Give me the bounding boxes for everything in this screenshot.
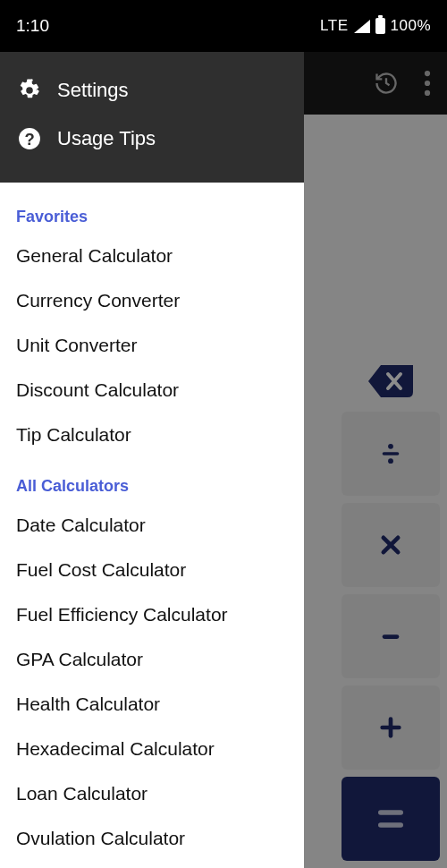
status-network: LTE: [320, 17, 348, 35]
drawer-body: Favorites General Calculator Currency Co…: [0, 183, 304, 868]
menu-item-health-calculator[interactable]: Health Calculator: [0, 682, 304, 727]
favorites-label: Favorites: [0, 199, 304, 234]
menu-item-tip-calculator[interactable]: Tip Calculator: [0, 413, 304, 457]
drawer-item-settings[interactable]: Settings: [0, 66, 304, 115]
signal-icon: [354, 20, 370, 33]
menu-item-date-calculator[interactable]: Date Calculator: [0, 503, 304, 548]
menu-item-gpa-calculator[interactable]: GPA Calculator: [0, 637, 304, 682]
gear-icon: [18, 79, 41, 102]
svg-text:?: ?: [24, 130, 34, 149]
menu-item-discount-calculator[interactable]: Discount Calculator: [0, 368, 304, 413]
menu-item-general-calculator[interactable]: General Calculator: [0, 234, 304, 278]
status-bar: 1:10 LTE 100%: [0, 0, 447, 52]
usage-tips-label: Usage Tips: [57, 127, 156, 150]
status-battery: 100%: [391, 17, 431, 35]
help-icon: ?: [18, 127, 41, 150]
menu-item-fuel-efficiency-calculator[interactable]: Fuel Efficiency Calculator: [0, 592, 304, 637]
drawer-header: Settings ? Usage Tips: [0, 52, 304, 183]
status-time: 1:10: [16, 16, 49, 36]
menu-item-ovulation-calculator[interactable]: Ovulation Calculator: [0, 816, 304, 861]
menu-item-unit-converter[interactable]: Unit Converter: [0, 323, 304, 368]
menu-item-hexadecimal-calculator[interactable]: Hexadecimal Calculator: [0, 727, 304, 771]
menu-item-currency-converter[interactable]: Currency Converter: [0, 278, 304, 323]
battery-icon: [375, 18, 385, 34]
drawer-item-usage-tips[interactable]: ? Usage Tips: [0, 115, 304, 163]
menu-item-fuel-cost-calculator[interactable]: Fuel Cost Calculator: [0, 548, 304, 592]
navigation-drawer: Settings ? Usage Tips Favorites General …: [0, 52, 304, 868]
menu-item-loan-calculator[interactable]: Loan Calculator: [0, 771, 304, 816]
status-right: LTE 100%: [320, 17, 431, 35]
settings-label: Settings: [57, 79, 129, 102]
all-calculators-label: All Calculators: [0, 468, 304, 503]
